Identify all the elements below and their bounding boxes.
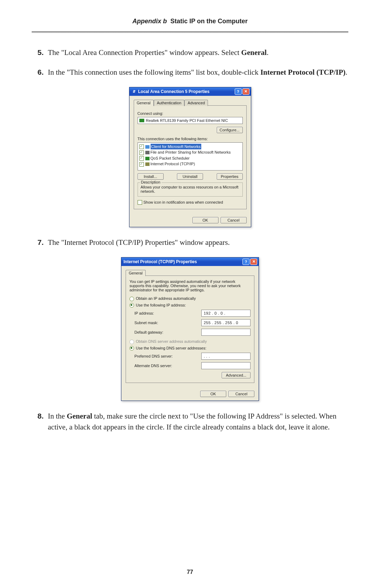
preferred-dns-label: Preferred DNS server: (134, 354, 201, 358)
step-text: In the "This connection uses the followi… (48, 68, 260, 76)
radio-icon[interactable] (129, 297, 134, 301)
uninstall-button[interactable]: Uninstall (177, 173, 203, 180)
list-item-label: File and Printer Sharing for Microsoft N… (151, 150, 231, 154)
radio-icon[interactable] (129, 303, 134, 308)
dialog-title: Local Area Connection 5 Properties (138, 89, 234, 94)
service-icon (145, 151, 150, 154)
step-sc: IP (248, 412, 254, 420)
tabs: General (126, 270, 254, 276)
step-text: . (267, 48, 268, 57)
radio-label: Obtain an IP address automatically (136, 296, 196, 301)
default-gateway-label: Default gateway: (134, 330, 201, 334)
step-body: In the General tab, make sure the circle… (48, 411, 348, 432)
step-text: The "Internet Protocol ( (48, 238, 118, 247)
step-bold: Internet Protocol ( (260, 68, 319, 76)
radio-label: Obtain DNS server address automatically (136, 339, 207, 343)
description-legend: Description (140, 180, 162, 184)
close-icon[interactable]: ✕ (250, 259, 257, 265)
step-8: 8. In the General tab, make sure the cir… (32, 411, 348, 432)
radio-icon (129, 340, 134, 344)
checkbox-icon[interactable] (139, 162, 144, 167)
radio-icon[interactable] (129, 346, 134, 351)
radio-use-dns[interactable]: Use the following DNS server addresses: (129, 346, 251, 351)
header-rule (32, 31, 348, 33)
step-body: In the "This connection uses the followi… (48, 67, 348, 78)
page-number: 77 (0, 569, 380, 575)
network-icon: ⇵ (132, 89, 137, 94)
client-icon (145, 145, 150, 149)
show-icon-label: Show icon in notification area when conn… (144, 200, 223, 204)
step-text: tab, make sure the circle next to "Use t… (92, 412, 248, 420)
items-listbox[interactable]: Client for Microsoft Networks File and P… (138, 142, 243, 171)
default-gateway-input[interactable] (201, 329, 251, 336)
radio-label: Use the following DNS server addresses: (136, 346, 207, 350)
checkbox-icon[interactable] (139, 150, 144, 155)
properties-button[interactable]: Properties (217, 173, 243, 180)
alternate-dns-input[interactable] (201, 362, 251, 369)
step-number: 5. (32, 47, 44, 58)
page-header: Appendix b Static IP on the Computer (32, 18, 348, 25)
intro-text: You can get IP settings assigned automat… (129, 279, 251, 292)
list-item-label: Internet Protocol (TCP/IP) (151, 162, 195, 166)
radio-obtain-ip[interactable]: Obtain an IP address automatically (129, 296, 251, 301)
step-bold: General (241, 48, 267, 57)
tcpip-properties-dialog: Internet Protocol (TCP/IP) Properties ? … (121, 257, 259, 401)
step-number: 6. (32, 67, 44, 78)
ok-button[interactable]: OK (200, 391, 226, 397)
advanced-button[interactable]: Advanced... (222, 372, 251, 378)
preferred-dns-input[interactable]: . . . (201, 353, 251, 360)
tabs: General Authentication Advanced (134, 99, 247, 106)
connect-using-label: Connect using: (138, 111, 243, 116)
help-icon[interactable]: ? (242, 259, 249, 265)
show-icon-row[interactable]: Show icon in notification area when conn… (138, 200, 243, 205)
checkbox-icon[interactable] (138, 200, 142, 205)
step-sc: TCP/IP (319, 68, 343, 76)
list-item[interactable]: Client for Microsoft Networks (139, 144, 241, 150)
list-item[interactable]: Internet Protocol (TCP/IP) (139, 161, 241, 167)
step-number: 7. (32, 237, 44, 248)
radio-obtain-dns: Obtain DNS server address automatically (129, 339, 251, 344)
step-sc: TCP/IP (118, 238, 140, 247)
step-body: The "Local Area Connection Properties" w… (48, 47, 348, 58)
step-number: 8. (32, 411, 44, 432)
list-item[interactable]: QoS Packet Scheduler (139, 155, 241, 161)
header-title-text: Static IP on the Computer (170, 18, 248, 25)
step-text: In the (48, 412, 67, 420)
cancel-button[interactable]: Cancel (221, 217, 247, 223)
nic-icon (139, 119, 144, 122)
radio-label: Use the following IP address: (136, 303, 186, 307)
lan-properties-dialog: ⇵ Local Area Connection 5 Properties ? ✕… (129, 87, 251, 228)
tab-general[interactable]: General (134, 100, 154, 106)
checkbox-icon[interactable] (139, 144, 144, 149)
help-icon[interactable]: ? (235, 88, 242, 95)
step-7: 7. The "Internet Protocol (TCP/IP) Prope… (32, 237, 348, 248)
list-item-label: QoS Packet Scheduler (151, 156, 190, 160)
configure-button[interactable]: Configure... (217, 127, 243, 133)
service-icon (145, 157, 150, 160)
step-text: ) Properties" window appears. (140, 238, 230, 247)
step-text: The "Local Area Connection Properties" w… (48, 48, 241, 57)
adapter-field[interactable]: Realtek RTL8139 Family PCI Fast Ethernet… (138, 117, 243, 124)
cancel-button[interactable]: Cancel (228, 391, 254, 397)
step-6: 6. In the "This connection uses the foll… (32, 67, 348, 78)
tab-general[interactable]: General (126, 270, 146, 276)
step-body: The "Internet Protocol (TCP/IP) Properti… (48, 237, 348, 248)
step-5: 5. The "Local Area Connection Properties… (32, 47, 348, 58)
ip-address-label: IP address: (134, 311, 201, 315)
description-text: Allows your computer to access resources… (141, 185, 240, 193)
tab-authentication[interactable]: Authentication (154, 100, 185, 106)
list-item[interactable]: File and Printer Sharing for Microsoft N… (139, 149, 241, 155)
dialog-title: Internet Protocol (TCP/IP) Properties (124, 259, 242, 264)
subnet-mask-input[interactable]: 255 . 255 . 255 . 0 (201, 319, 251, 326)
checkbox-icon[interactable] (139, 156, 144, 161)
tab-advanced[interactable]: Advanced (184, 100, 208, 106)
adapter-name: Realtek RTL8139 Family PCI Fast Ethernet… (146, 118, 228, 123)
install-button[interactable]: Install... (138, 173, 164, 180)
step-bold: General (67, 412, 92, 420)
radio-use-ip[interactable]: Use the following IP address: (129, 303, 251, 308)
ip-address-input[interactable]: 192 . 0 . 0 . (201, 310, 251, 317)
titlebar[interactable]: ⇵ Local Area Connection 5 Properties ? ✕ (129, 87, 251, 96)
close-icon[interactable]: ✕ (242, 88, 249, 95)
ok-button[interactable]: OK (192, 217, 218, 223)
titlebar[interactable]: Internet Protocol (TCP/IP) Properties ? … (121, 258, 259, 266)
